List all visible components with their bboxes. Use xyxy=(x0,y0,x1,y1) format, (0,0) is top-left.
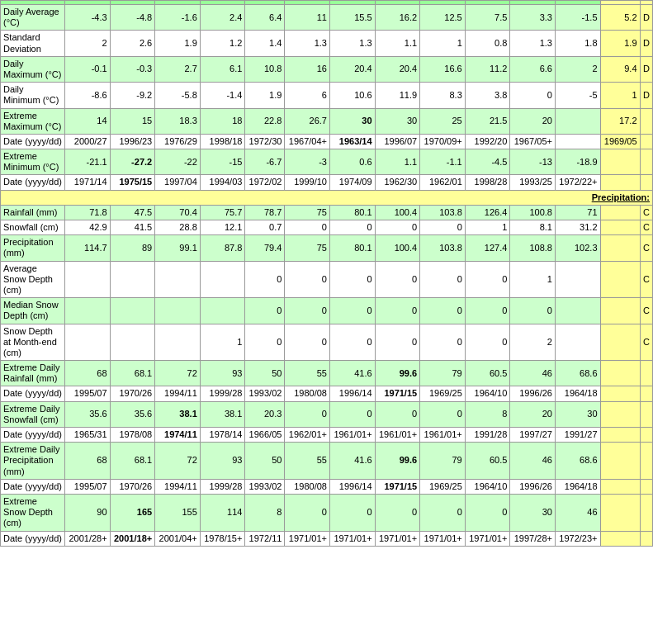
data-cell: 1991/28 xyxy=(465,428,510,443)
data-cell: 0 xyxy=(465,324,510,361)
data-cell: 1 xyxy=(200,324,245,361)
data-cell: 1966/05 xyxy=(245,428,285,443)
table-row: Extreme Snow Depth (cm)90165155114800000… xyxy=(1,494,653,531)
data-cell: 1.9 xyxy=(245,83,285,108)
data-cell: 0 xyxy=(420,220,466,235)
data-cell: 30 xyxy=(329,108,375,134)
data-cell: 11.9 xyxy=(375,83,420,108)
data-cell xyxy=(600,531,640,546)
data-cell: 46 xyxy=(555,494,600,531)
data-cell: 1972/11 xyxy=(245,531,285,546)
data-cell: 1.9 xyxy=(600,31,640,56)
data-cell: 1971/01+ xyxy=(329,531,375,546)
data-cell xyxy=(65,261,111,298)
data-cell: 103.8 xyxy=(420,205,466,220)
data-cell: -1.1 xyxy=(420,149,466,175)
data-cell: 41.6 xyxy=(329,361,375,386)
data-cell xyxy=(110,261,155,298)
table-row: Average Snow Depth (cm)0000001C xyxy=(1,261,653,298)
table-row: Snow Depth at Month-end (cm)10000002C xyxy=(1,324,653,361)
data-cell: 1972/23+ xyxy=(555,531,600,546)
data-cell: 1997/27 xyxy=(510,428,556,443)
row-label: Date (yyyy/dd) xyxy=(1,134,65,149)
data-cell: 1.3 xyxy=(329,31,375,56)
table-row: Extreme Daily Rainfall (mm)6868.17293505… xyxy=(1,361,653,386)
data-cell: 55 xyxy=(285,361,330,386)
data-cell xyxy=(65,324,111,361)
row-label: Extreme Daily Rainfall (mm) xyxy=(1,361,65,386)
data-cell: 1962/30 xyxy=(375,175,420,190)
data-cell: 1967/05+ xyxy=(510,134,556,149)
data-cell xyxy=(640,443,652,480)
data-cell xyxy=(600,443,640,480)
row-label: Snow Depth at Month-end (cm) xyxy=(1,324,65,361)
data-cell: 1980/08 xyxy=(285,386,330,401)
data-cell xyxy=(600,175,640,190)
data-cell: 0 xyxy=(375,494,420,531)
table-row: Extreme Maximum (°C)141518.31822.826.730… xyxy=(1,108,653,134)
data-cell: 0 xyxy=(375,298,420,324)
data-cell: 1996/26 xyxy=(510,386,556,401)
data-cell: 8 xyxy=(465,401,510,427)
data-cell xyxy=(600,386,640,401)
data-cell: 0 xyxy=(510,298,556,324)
data-cell: 1996/26 xyxy=(510,479,556,494)
data-cell: 68.1 xyxy=(110,443,155,480)
data-cell: 75.7 xyxy=(200,205,245,220)
data-cell: 38.1 xyxy=(155,401,201,427)
data-cell: 0 xyxy=(285,261,330,298)
row-label: Date (yyyy/dd) xyxy=(1,386,65,401)
data-cell xyxy=(640,401,652,427)
data-cell: 1.8 xyxy=(555,31,600,56)
data-cell: D xyxy=(640,56,652,82)
data-cell xyxy=(600,428,640,443)
data-cell: 0.7 xyxy=(245,220,285,235)
data-cell: 1 xyxy=(510,261,556,298)
data-cell xyxy=(555,324,600,361)
data-cell: 35.6 xyxy=(65,401,111,427)
section-header-cell: Precipitation: xyxy=(1,190,653,205)
data-cell: 6.4 xyxy=(245,5,285,31)
data-cell: 35.6 xyxy=(110,401,155,427)
data-cell: 12.1 xyxy=(200,220,245,235)
data-cell: -22 xyxy=(155,149,201,175)
data-cell: -18.9 xyxy=(555,149,600,175)
data-cell: 1971/01+ xyxy=(420,531,466,546)
data-cell: 1993/02 xyxy=(245,386,285,401)
data-cell xyxy=(600,298,640,324)
data-cell: D xyxy=(640,5,652,31)
data-cell: 12.5 xyxy=(420,5,466,31)
data-cell: -4.3 xyxy=(65,5,111,31)
data-cell: 0 xyxy=(285,324,330,361)
data-cell xyxy=(110,324,155,361)
data-cell xyxy=(155,298,201,324)
data-cell: 68 xyxy=(65,361,111,386)
data-cell xyxy=(640,108,652,134)
data-cell: 20 xyxy=(510,108,556,134)
data-cell: -13 xyxy=(510,149,556,175)
data-cell: 1964/10 xyxy=(465,386,510,401)
data-cell: 1971/01+ xyxy=(285,531,330,546)
data-cell xyxy=(555,261,600,298)
data-cell: 9.4 xyxy=(600,56,640,82)
data-cell: 0 xyxy=(285,220,330,235)
data-cell: -9.2 xyxy=(110,83,155,108)
data-cell: 1993/25 xyxy=(510,175,556,190)
data-cell: 1975/15 xyxy=(110,175,155,190)
data-cell: 75 xyxy=(285,235,330,261)
data-cell: 30 xyxy=(555,401,600,427)
data-cell xyxy=(600,361,640,386)
data-cell: 41.5 xyxy=(110,220,155,235)
data-cell: 87.8 xyxy=(200,235,245,261)
data-cell: 1.2 xyxy=(200,31,245,56)
data-cell: 1978/15+ xyxy=(200,531,245,546)
data-cell: 126.4 xyxy=(465,205,510,220)
data-cell: 1.3 xyxy=(510,31,556,56)
data-cell: -0.3 xyxy=(110,56,155,82)
data-cell xyxy=(155,261,201,298)
data-cell: 1.1 xyxy=(375,31,420,56)
data-cell: 1962/01 xyxy=(420,175,466,190)
data-cell: 41.6 xyxy=(329,443,375,480)
data-cell: 2 xyxy=(65,31,111,56)
data-cell: 1969/05 xyxy=(600,134,640,149)
